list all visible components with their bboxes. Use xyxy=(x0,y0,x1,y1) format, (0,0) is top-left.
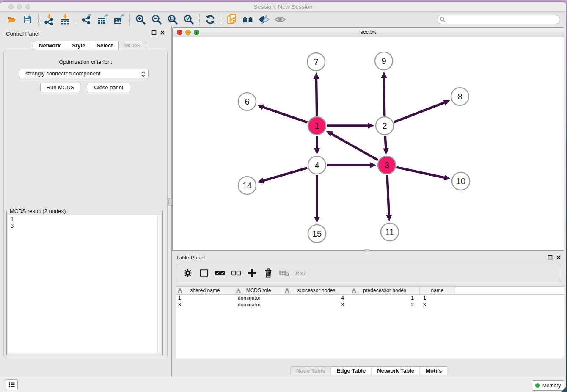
close-panel-icon[interactable] xyxy=(556,255,561,260)
graph-node-label: 11 xyxy=(385,227,394,237)
table-cell[interactable]: 1 xyxy=(420,295,455,301)
tab-edge-table[interactable]: Edge Table xyxy=(331,366,372,375)
table-cell[interactable]: 1 xyxy=(350,295,420,301)
graph-edge-arrow xyxy=(386,215,392,221)
import-network-button[interactable] xyxy=(41,13,57,26)
search-input[interactable] xyxy=(447,16,557,23)
network-canvas[interactable]: 7968124314101511 xyxy=(173,37,564,250)
search-field[interactable] xyxy=(437,15,560,24)
split-panel-button[interactable] xyxy=(198,267,210,279)
close-panel-icon[interactable] xyxy=(160,30,165,35)
export-image-button[interactable] xyxy=(111,13,127,26)
column-type-icon xyxy=(178,288,182,293)
tab-mcds[interactable]: MCDS xyxy=(119,41,146,50)
home-button[interactable] xyxy=(240,13,256,26)
graph-edge-arrow xyxy=(314,148,320,155)
graph-edge[interactable] xyxy=(385,136,386,149)
zoom-in-button[interactable] xyxy=(132,13,149,26)
add-column-icon xyxy=(247,268,257,278)
zoom-fit-button[interactable] xyxy=(165,13,181,26)
graph-edge[interactable] xyxy=(394,102,445,122)
table-cell[interactable]: 3 xyxy=(420,301,455,308)
graph-edge-arrow xyxy=(383,148,389,155)
column-header-mcds-role[interactable]: MCDS role xyxy=(234,287,283,294)
zoom-out-icon xyxy=(151,14,162,25)
memory-status-dot xyxy=(535,383,540,388)
import-table-button[interactable] xyxy=(57,13,73,26)
graph-edge[interactable] xyxy=(262,107,307,122)
select-all-button[interactable] xyxy=(214,267,226,279)
tab-network[interactable]: Network xyxy=(33,41,66,50)
tab-style[interactable]: Style xyxy=(66,41,91,50)
delete-table-button[interactable] xyxy=(278,267,291,279)
mcds-result-title: MCDS result (2 nodes) xyxy=(8,208,67,214)
memory-button[interactable]: Memory xyxy=(532,380,564,391)
mcds-result-area[interactable]: 1 3 xyxy=(8,215,161,353)
table-panel: Table Panel xyxy=(172,252,566,377)
graph-edge[interactable] xyxy=(262,168,307,181)
mcds-result-group: MCDS result (2 nodes) 1 3 xyxy=(6,208,163,355)
horizontal-splitter-handle[interactable] xyxy=(365,249,369,252)
table-cell[interactable]: 2 xyxy=(350,301,420,308)
column-header-successor-nodes[interactable]: successor nodes xyxy=(283,287,350,294)
graph-node-label: 8 xyxy=(457,92,462,101)
graph-edge[interactable] xyxy=(396,167,445,178)
close-panel-button[interactable]: Close panel xyxy=(87,83,130,92)
column-header-shared-name[interactable]: shared name xyxy=(176,287,234,294)
window-titlebar: Session: New Session xyxy=(0,2,566,12)
show-graphics-button[interactable] xyxy=(272,13,288,26)
refresh-button[interactable] xyxy=(202,13,218,26)
open-session-button[interactable] xyxy=(3,13,19,26)
graph-node-label: 14 xyxy=(242,181,252,190)
graph-edge[interactable] xyxy=(384,77,384,116)
graph-edge[interactable] xyxy=(317,78,317,116)
function-builder-button[interactable]: f(x) xyxy=(294,267,307,279)
column-type-icon xyxy=(285,288,289,293)
export-network-button[interactable] xyxy=(79,13,95,26)
tab-node-table[interactable]: Node Table xyxy=(290,366,331,375)
vertical-splitter-handle[interactable] xyxy=(168,198,172,206)
network-window-titlebar[interactable]: ✕ − ＋ scc.txt xyxy=(173,28,564,37)
main-toolbar xyxy=(0,12,566,27)
delete-table-icon xyxy=(279,269,290,277)
zoom-selected-button[interactable] xyxy=(181,13,197,26)
table-body: 1dominator4113dominator323 xyxy=(176,295,564,308)
table-cell[interactable]: 3 xyxy=(176,301,234,308)
column-header-name[interactable]: name xyxy=(420,287,455,294)
tab-motifs[interactable]: Motifs xyxy=(420,366,448,375)
table-settings-button[interactable] xyxy=(182,267,194,279)
column-header-predecessor-nodes[interactable]: predecessor nodes xyxy=(350,287,420,294)
graph-edge[interactable] xyxy=(387,175,389,216)
table-row[interactable]: 1dominator411 xyxy=(176,295,564,301)
save-session-button[interactable] xyxy=(19,13,36,26)
table-row[interactable]: 3dominator323 xyxy=(176,301,564,308)
table-cell[interactable]: 4 xyxy=(283,295,350,301)
tab-select[interactable]: Select xyxy=(91,41,118,50)
main-content: Control Panel NetworkStyleSelectMCDS Opt… xyxy=(0,26,566,377)
network-document-button[interactable] xyxy=(224,13,240,26)
table-cell[interactable]: dominator xyxy=(234,295,283,301)
toolbar-separator xyxy=(199,14,200,25)
app-window: Session: New Session xyxy=(0,2,566,392)
run-mcds-button[interactable]: Run MCDS xyxy=(40,83,80,92)
float-panel-icon[interactable] xyxy=(151,30,157,35)
float-panel-icon[interactable] xyxy=(548,255,553,260)
network-window-title: scc.txt xyxy=(173,29,564,35)
table-cell[interactable]: 3 xyxy=(283,301,350,308)
deselect-all-icon xyxy=(231,269,241,277)
hide-graphics-button[interactable] xyxy=(256,13,272,26)
criterion-dropdown[interactable]: strongly connected component xyxy=(19,69,149,78)
column-header-label: successor nodes xyxy=(297,287,335,293)
zoom-out-button[interactable] xyxy=(149,13,165,26)
result-scrollbar[interactable] xyxy=(157,215,161,353)
table-cell[interactable]: 1 xyxy=(176,295,234,301)
graph-edge[interactable] xyxy=(331,134,378,160)
tab-network-table[interactable]: Network Table xyxy=(372,366,420,375)
table-cell[interactable]: dominator xyxy=(234,301,283,308)
resize-grip[interactable] xyxy=(561,387,566,392)
deselect-all-button[interactable] xyxy=(230,267,242,279)
add-column-button[interactable] xyxy=(246,267,259,279)
task-history-button[interactable] xyxy=(6,379,18,390)
delete-column-button[interactable] xyxy=(262,267,275,279)
export-table-button[interactable] xyxy=(95,13,111,26)
